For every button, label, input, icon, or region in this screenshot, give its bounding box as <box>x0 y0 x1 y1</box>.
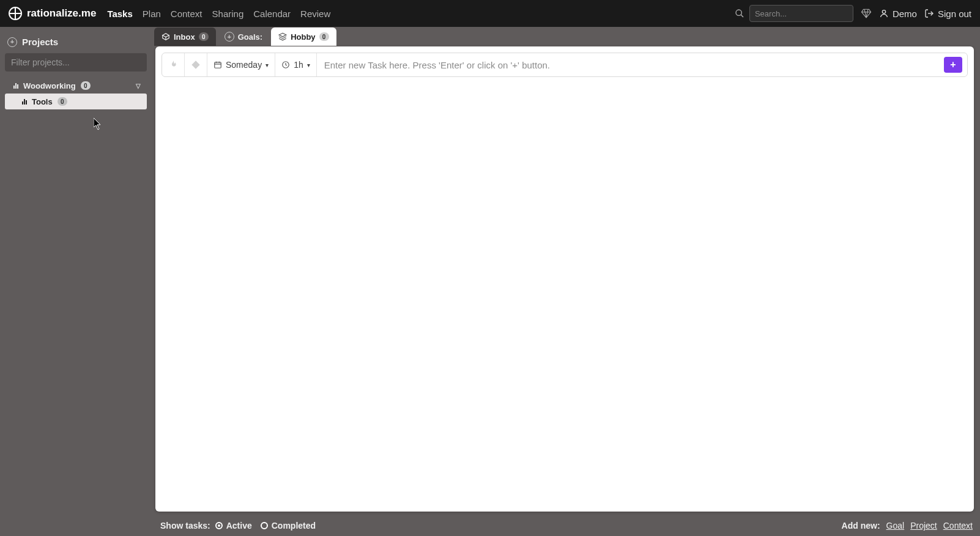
project-name: Tools <box>32 97 53 106</box>
date-label: Someday <box>226 60 262 70</box>
footer-right: Add new: Goal Project Context <box>842 521 973 530</box>
search-icon[interactable] <box>735 9 744 18</box>
project-icon <box>13 83 18 89</box>
tab-inbox-count: 0 <box>199 32 209 41</box>
top-nav: rationalize.me Tasks Plan Context Sharin… <box>0 0 980 27</box>
user-name: Demo <box>893 9 917 19</box>
diamond-solid-icon <box>191 60 201 70</box>
svg-point-2 <box>882 10 885 13</box>
addnew-label: Add new: <box>842 521 880 530</box>
addnew-project-link[interactable]: Project <box>910 521 937 530</box>
clock-icon <box>281 61 290 69</box>
add-task-button[interactable]: + <box>944 57 962 73</box>
layers-icon <box>278 32 287 41</box>
priority-fire-button[interactable] <box>162 53 185 76</box>
signout-icon <box>924 9 934 18</box>
svg-marker-4 <box>279 33 286 37</box>
tab-hobby-label: Hobby <box>291 32 315 42</box>
project-name: Woodworking <box>23 81 76 90</box>
nav-plan[interactable]: Plan <box>143 9 161 19</box>
show-completed-radio[interactable]: Completed <box>261 521 316 530</box>
tab-hobby[interactable]: Hobby 0 <box>271 28 336 46</box>
project-woodworking[interactable]: Woodworking 0 ▽ <box>5 78 147 94</box>
duration-picker-button[interactable]: 1h ▾ <box>275 53 317 76</box>
add-goal-icon[interactable]: + <box>225 32 234 42</box>
project-count-badge: 0 <box>81 81 91 90</box>
goals-label-group: + Goals: <box>218 32 269 42</box>
nav-context[interactable]: Context <box>171 9 202 19</box>
tab-hobby-count: 0 <box>319 32 329 41</box>
tab-inbox[interactable]: Inbox 0 <box>154 28 216 46</box>
add-project-icon[interactable]: + <box>7 37 17 47</box>
user-icon <box>879 9 889 18</box>
filter-projects-input[interactable] <box>5 53 147 72</box>
project-count-badge: 0 <box>58 97 67 106</box>
sidebar: + Projects Woodworking 0 ▽ Tools 0 <box>0 27 152 515</box>
signout-button[interactable]: Sign out <box>924 9 971 19</box>
goals-label: Goals: <box>238 32 262 42</box>
project-icon <box>22 98 27 105</box>
fire-icon <box>168 59 178 70</box>
main-row: + Projects Woodworking 0 ▽ Tools 0 Inbox… <box>0 27 980 515</box>
show-tasks-label: Show tasks: <box>160 521 210 530</box>
show-active-label: Active <box>226 521 252 530</box>
chevron-down-icon[interactable]: ▽ <box>136 83 141 89</box>
priority-diamond-button[interactable] <box>185 53 207 76</box>
box-icon <box>161 32 170 41</box>
nav-items: Tasks Plan Context Sharing Calendar Revi… <box>107 9 330 19</box>
radio-unchecked-icon <box>261 522 268 529</box>
new-task-input[interactable] <box>317 53 939 76</box>
tabs-bar: Inbox 0 + Goals: Hobby 0 <box>152 27 980 46</box>
user-menu[interactable]: Demo <box>879 9 917 19</box>
addnew-context-link[interactable]: Context <box>943 521 973 530</box>
svg-point-0 <box>736 10 741 15</box>
nav-sharing[interactable]: Sharing <box>212 9 244 19</box>
plus-icon: + <box>950 59 956 70</box>
duration-label: 1h <box>294 60 303 70</box>
projects-title: Projects <box>22 37 58 47</box>
task-list-area <box>155 83 974 512</box>
radio-checked-icon <box>215 522 223 529</box>
nav-tasks[interactable]: Tasks <box>107 9 132 19</box>
task-card: Someday ▾ 1h ▾ + <box>155 46 974 512</box>
new-task-row: Someday ▾ 1h ▾ + <box>161 53 968 77</box>
search-input[interactable] <box>749 5 853 22</box>
date-picker-button[interactable]: Someday ▾ <box>207 53 275 76</box>
nav-right: Demo Sign out <box>735 5 971 22</box>
addnew-goal-link[interactable]: Goal <box>886 521 905 530</box>
show-tasks-group: Active Completed <box>215 521 316 530</box>
diamond-icon[interactable] <box>861 8 872 19</box>
signout-label: Sign out <box>938 9 971 19</box>
svg-rect-5 <box>215 62 221 68</box>
show-completed-label: Completed <box>272 521 316 530</box>
project-tools[interactable]: Tools 0 <box>5 94 147 109</box>
brand-logo[interactable]: rationalize.me <box>9 7 96 20</box>
caret-down-icon: ▾ <box>307 62 310 68</box>
show-active-radio[interactable]: Active <box>215 521 252 530</box>
nav-calendar[interactable]: Calendar <box>253 9 291 19</box>
globe-icon <box>9 7 22 20</box>
projects-header: + Projects <box>7 37 144 47</box>
search-box <box>735 5 853 22</box>
tab-inbox-label: Inbox <box>174 32 195 42</box>
footer: Show tasks: Active Completed Add new: Go… <box>0 515 980 536</box>
content: Inbox 0 + Goals: Hobby 0 <box>152 27 980 515</box>
calendar-icon <box>213 61 222 69</box>
brand-text: rationalize.me <box>27 7 96 20</box>
svg-line-1 <box>741 15 743 17</box>
caret-down-icon: ▾ <box>265 62 269 68</box>
nav-review[interactable]: Review <box>300 9 330 19</box>
